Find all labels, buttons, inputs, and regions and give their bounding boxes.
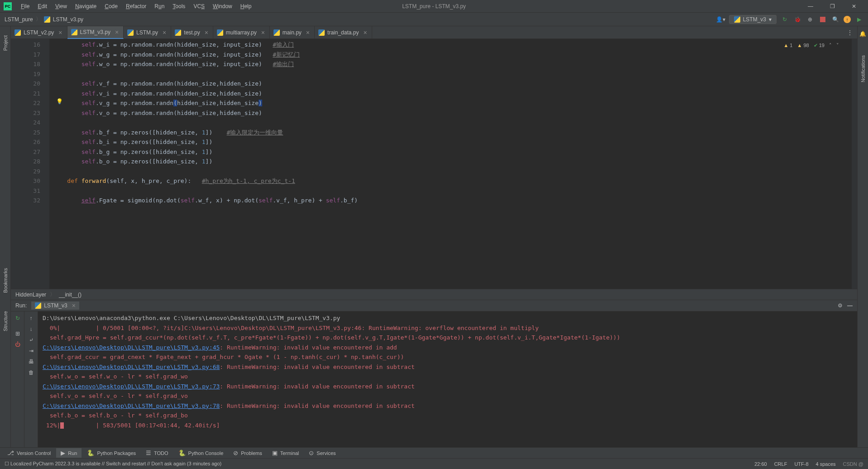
- trash-icon[interactable]: 🗑: [29, 369, 34, 376]
- chevron-down-icon[interactable]: ˅: [836, 43, 839, 48]
- soft-wrap-icon[interactable]: ⤶: [29, 337, 34, 343]
- hide-panel-icon[interactable]: —: [847, 302, 853, 309]
- search-icon[interactable]: 🔍: [831, 15, 840, 24]
- close-icon[interactable]: ×: [58, 29, 62, 36]
- menu-edit[interactable]: Edit: [34, 1, 51, 11]
- menu-help[interactable]: Help: [237, 1, 255, 11]
- bottom-tab-python-packages[interactable]: 🐍Python Packages: [82, 448, 140, 458]
- code-breadcrumb[interactable]: HiddenLayer 〉 __init__(): [11, 289, 857, 300]
- scroll-to-end-icon[interactable]: ⇥: [29, 348, 34, 354]
- updates-icon[interactable]: ↑: [844, 16, 851, 23]
- close-icon[interactable]: ×: [163, 29, 166, 36]
- menu-code[interactable]: Code: [101, 1, 121, 11]
- bottom-tab-todo[interactable]: ☰TODO: [141, 448, 173, 458]
- close-icon[interactable]: ×: [205, 29, 208, 36]
- run-configuration-selector[interactable]: LSTM_v3 ▾: [729, 15, 777, 24]
- bottom-tab-python-console[interactable]: 🐍Python Console: [174, 448, 228, 458]
- python-file-icon: [127, 29, 134, 36]
- run-toolbar-secondary: ↑ ↓ ⤶ ⇥ 🖶 🗑: [24, 311, 38, 447]
- bookmarks-toolwindow-tab[interactable]: Bookmarks: [3, 268, 8, 293]
- user-icon[interactable]: 👤▾: [716, 16, 725, 23]
- editor-gutter[interactable]: 16 17 18 19 20 21 22 23 24 25 26 27 28 2…: [11, 39, 49, 289]
- chevron-down-icon: ▾: [769, 16, 772, 23]
- editor-tabs: LSTM_v2.py× LSTM_v3.py× LSTM.py× test.py…: [11, 26, 857, 39]
- maximize-button[interactable]: ❐: [822, 0, 843, 13]
- close-icon[interactable]: ×: [363, 29, 367, 36]
- print-icon[interactable]: 🖶: [29, 359, 34, 365]
- close-button[interactable]: ✕: [844, 0, 864, 13]
- editor-tab[interactable]: multiarray.py×: [213, 26, 270, 39]
- editor-minimap[interactable]: [852, 39, 857, 289]
- project-toolwindow-tab[interactable]: Project: [3, 35, 8, 51]
- bottom-tab-services[interactable]: ⊙Services: [304, 448, 340, 458]
- status-message[interactable]: ☐ Localized PyCharm 2022.3.3 is availabl…: [5, 461, 221, 467]
- close-icon[interactable]: ×: [306, 29, 310, 36]
- stop-button[interactable]: [818, 15, 827, 24]
- layout-icon[interactable]: ⊞: [15, 330, 20, 337]
- down-arrow-icon[interactable]: ↓: [30, 326, 33, 332]
- exit-icon[interactable]: ⏻: [15, 341, 20, 348]
- editor-tab[interactable]: test.py×: [171, 26, 213, 39]
- bottom-tab-run[interactable]: ▶Run: [56, 448, 82, 458]
- breadcrumb[interactable]: LSTM_pure 〉 LSTM_v3.py: [5, 15, 83, 23]
- bottom-tab-terminal[interactable]: ▣Terminal: [268, 448, 304, 458]
- menu-refactor[interactable]: Refactor: [122, 1, 150, 11]
- python-file-icon: [273, 29, 280, 36]
- editor-tab[interactable]: LSTM_v3.py×: [67, 26, 124, 39]
- chevron-up-icon[interactable]: ˄: [829, 43, 832, 48]
- close-icon[interactable]: ×: [115, 29, 119, 35]
- intention-bulb-icon[interactable]: 💡: [56, 98, 63, 105]
- tab-label: multiarray.py: [226, 29, 257, 36]
- tab-more-icon[interactable]: ⋮: [843, 29, 857, 36]
- menu-tools[interactable]: Tools: [169, 1, 189, 11]
- close-icon[interactable]: ×: [72, 302, 76, 309]
- bottom-tab-version-control[interactable]: ⎇Version Control: [3, 448, 55, 458]
- run-icon[interactable]: ▶: [854, 15, 863, 24]
- breadcrumb-class[interactable]: HiddenLayer: [15, 292, 46, 298]
- gear-icon[interactable]: ⚙: [838, 302, 843, 309]
- menu-run[interactable]: Run: [151, 1, 168, 11]
- bottom-tab-problems[interactable]: ⊘Problems: [229, 448, 266, 458]
- menu-file[interactable]: File: [17, 1, 33, 11]
- menu-navigate[interactable]: Navigate: [72, 1, 100, 11]
- close-icon[interactable]: ×: [261, 29, 265, 36]
- minimize-button[interactable]: —: [800, 0, 821, 13]
- code-editor[interactable]: 16 17 18 19 20 21 22 23 24 25 26 27 28 2…: [11, 39, 857, 289]
- statusbar: ☐ Localized PyCharm 2022.3.3 is availabl…: [0, 458, 868, 469]
- file-encoding[interactable]: UTF-8: [794, 461, 808, 467]
- inspection-widget[interactable]: ▲ 1 ▲ 98 ✔ 19 ˄ ˅: [783, 43, 839, 48]
- pycharm-logo-icon: PC: [4, 2, 12, 10]
- menu-view[interactable]: View: [52, 1, 71, 11]
- code-text[interactable]: self.w_i = np.random.randn(hidden_size, …: [49, 39, 852, 289]
- structure-toolwindow-tab[interactable]: Structure: [3, 311, 8, 331]
- editor-tab[interactable]: LSTM_v2.py×: [11, 26, 67, 39]
- tab-icon: ⊘: [233, 450, 238, 456]
- breadcrumb-file[interactable]: LSTM_v3.py: [53, 16, 83, 23]
- menu-window[interactable]: Window: [209, 1, 236, 11]
- notifications-toolwindow-tab[interactable]: Notifications: [860, 55, 866, 82]
- editor-tab[interactable]: main.py×: [270, 26, 315, 39]
- caret-position[interactable]: 22:60: [754, 461, 767, 467]
- rerun-icon[interactable]: ↻: [15, 315, 20, 321]
- titlebar: PC File Edit View Navigate Code Refactor…: [0, 0, 868, 13]
- up-arrow-icon[interactable]: ↑: [30, 315, 33, 321]
- weak-warning-icon: ▲: [797, 43, 802, 48]
- run-panel-header: Run: LSTM_v3 × ⚙ —: [11, 300, 857, 311]
- run-tab[interactable]: LSTM_v3 ×: [31, 302, 79, 310]
- menu-vcs[interactable]: VCS: [190, 1, 208, 11]
- breadcrumb-method[interactable]: __init__(): [59, 292, 82, 298]
- indent-config[interactable]: 4 spaces: [816, 461, 836, 467]
- rerun-icon[interactable]: ↻: [780, 15, 789, 24]
- line-separator[interactable]: CRLF: [774, 461, 787, 467]
- csdn-watermark: CSDN @: [843, 461, 863, 467]
- breadcrumb-root[interactable]: LSTM_pure: [5, 16, 33, 23]
- tab-label: Services: [317, 450, 336, 456]
- editor-tab[interactable]: LSTM.py×: [124, 26, 171, 39]
- editor-tab[interactable]: train_data.py×: [315, 26, 372, 39]
- debug-icon[interactable]: 🐞: [793, 15, 802, 24]
- run-toolwindow-label: Run:: [15, 302, 27, 309]
- run-coverage-icon[interactable]: ⊕: [806, 15, 815, 24]
- bell-icon[interactable]: 🔔: [859, 31, 866, 37]
- console-output[interactable]: D:\Users\Lenovo\anaconda3\python.exe C:\…: [38, 311, 857, 447]
- python-file-icon: [71, 29, 77, 35]
